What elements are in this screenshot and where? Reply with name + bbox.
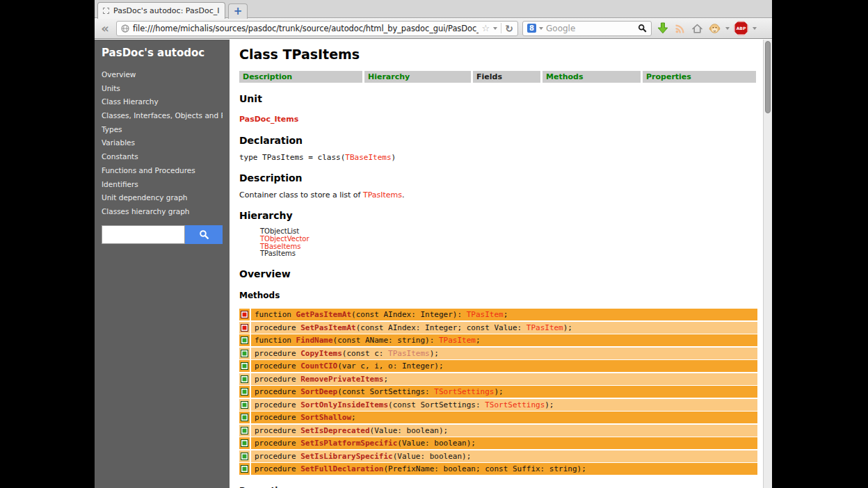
url-bar[interactable]: file:///home/michalis/sources/pasdoc/tru… [116, 21, 518, 36]
public-marker-icon [241, 427, 248, 434]
url-text[interactable]: file:///home/michalis/sources/pasdoc/tru… [133, 24, 479, 33]
sidebar-item-classes-hierarchy-graph[interactable]: Classes hierarchy graph [102, 205, 223, 219]
page-scrollbar[interactable] [763, 40, 772, 488]
section-heading-hierarchy: Hierarchy [239, 210, 757, 221]
search-bar[interactable]: 8 Google [522, 21, 652, 36]
member-row: function FindName(const AName: string): … [239, 334, 757, 346]
type-ref-link[interactable]: TSortSettings [434, 387, 494, 396]
section-heading-unit: Unit [239, 93, 757, 104]
public-marker-icon [241, 465, 248, 473]
summary-nav-hierarchy[interactable]: Hierarchy [364, 71, 471, 83]
member-name-link[interactable]: SortShallow [300, 413, 351, 422]
sidebar-search-button[interactable] [185, 225, 223, 244]
sidebar: PasDoc's autodoc OverviewUnitsClass Hier… [95, 40, 230, 488]
code-text: ; [383, 375, 388, 384]
search-engine-chevron-icon[interactable] [539, 27, 543, 30]
section-heading-overview: Overview [239, 268, 757, 279]
globe-icon [121, 24, 129, 33]
member-name-link[interactable]: GetPasItemAt [296, 310, 351, 319]
greasemonkey-button[interactable] [708, 22, 721, 35]
member-name-link[interactable]: SetFullDeclaration [300, 464, 383, 473]
member-name-link[interactable]: SetIsPlatformSpecific [300, 439, 397, 448]
code-text: type TPasItems = class( [239, 153, 345, 162]
greasemonkey-chevron-icon[interactable] [725, 27, 730, 30]
hierarchy-item-tbaseitems[interactable]: TBaseItems [260, 243, 300, 250]
type-ref-link[interactable]: TPasItems [388, 349, 430, 358]
member-name-link[interactable]: RemovePrivateItems [300, 375, 383, 384]
summary-nav-methods[interactable]: Methods [542, 71, 641, 83]
hierarchy-list: TObjectListTObjectVectorTBaseItemsTPasIt… [260, 228, 757, 258]
private-marker-icon [241, 324, 248, 332]
member-declaration: procedure SetFullDeclaration(PrefixName:… [251, 463, 757, 475]
public-marker-icon [241, 362, 248, 370]
back-button[interactable]: « [98, 22, 112, 35]
reload-icon[interactable]: ↻ [505, 24, 513, 33]
code-text: ); [545, 400, 554, 409]
sidebar-item-variables[interactable]: Variables [102, 136, 223, 150]
type-ref-link[interactable]: TPasItem [467, 310, 504, 319]
sidebar-item-overview[interactable]: Overview [102, 68, 223, 82]
type-ref-link[interactable]: TPasItems [363, 190, 402, 200]
code-text: function [255, 310, 296, 319]
private-marker-icon [241, 311, 248, 318]
code-text: (PrefixName: boolean; const Suffix: stri… [383, 464, 586, 473]
download-arrow-icon [657, 22, 668, 34]
scrollbar-thumb[interactable] [765, 41, 771, 113]
member-declaration: procedure CopyItems(const c: TPasItems); [251, 348, 757, 359]
code-text: ); [494, 387, 503, 396]
summary-nav-description[interactable]: Description [239, 71, 362, 83]
sidebar-item-constants[interactable]: Constants [102, 150, 223, 164]
code-text: ; [504, 310, 508, 319]
sidebar-search-input[interactable] [102, 225, 185, 244]
type-ref-link[interactable]: TPasItem [439, 336, 476, 345]
home-button[interactable] [691, 22, 704, 35]
bookmark-dropdown-chevron-icon[interactable] [493, 27, 497, 30]
description-text: Container class to store a list of TPasI… [239, 190, 757, 200]
search-magnifier-icon [199, 229, 209, 240]
code-text: ) [392, 153, 396, 162]
adblock-chevron-icon[interactable] [753, 27, 757, 30]
back-arrow-icon: « [101, 21, 109, 35]
sidebar-item-units[interactable]: Units [102, 82, 223, 96]
bookmark-star-icon[interactable]: ☆ [482, 24, 490, 33]
member-name-link[interactable]: SetIsLibrarySpecific [300, 452, 392, 461]
code-text: (const SortSettings: [388, 400, 485, 409]
download-button[interactable] [656, 22, 669, 35]
sidebar-item-functions-and-procedures[interactable]: Functions and Procedures [102, 164, 223, 178]
sidebar-item-types[interactable]: Types [102, 123, 223, 137]
member-declaration: procedure RemovePrivateItems; [251, 373, 757, 385]
visibility-cell [239, 437, 250, 449]
sidebar-item-unit-dependency-graph[interactable]: Unit dependency graph [102, 191, 223, 205]
member-declaration: procedure SetPasItemAt(const AIndex: Int… [251, 322, 757, 334]
code-text: ); [563, 323, 572, 332]
browser-tab[interactable]: PasDoc's autodoc: PasDoc_I... [97, 2, 225, 19]
member-declaration: procedure SetIsLibrarySpecific(Value: bo… [251, 450, 757, 462]
code-text: (const AIndex: Integer; const Value: [356, 323, 527, 332]
member-name-link[interactable]: CountCIO [300, 361, 337, 371]
member-name-link[interactable]: SetPasItemAt [300, 323, 355, 332]
member-name-link[interactable]: FindName [296, 336, 333, 345]
visibility-cell [239, 373, 250, 385]
rss-button[interactable] [673, 22, 686, 35]
type-ref-link[interactable]: TSortSettings [485, 400, 545, 409]
new-tab-button[interactable]: + [228, 3, 248, 19]
member-name-link[interactable]: SetIsDeprecated [300, 426, 369, 435]
search-magnifier-icon[interactable] [638, 24, 647, 33]
code-text: (const AName: string): [333, 336, 439, 345]
member-name-link[interactable]: SortDeep [300, 387, 337, 396]
member-name-link[interactable]: SortOnlyInsideItems [300, 400, 388, 409]
search-placeholder[interactable]: Google [546, 24, 635, 33]
summary-nav-properties[interactable]: Properties [643, 71, 756, 83]
adblock-plus-button[interactable]: ABP [734, 21, 748, 35]
unit-link[interactable]: PasDoc_Items [239, 115, 298, 124]
member-row: procedure CountCIO(var c, i, o: Integer)… [239, 360, 757, 372]
sidebar-item-classes-interfaces-objects-and-records[interactable]: Classes, Interfaces, Objects and Records [102, 109, 223, 123]
member-name-link[interactable]: CopyItems [300, 349, 342, 358]
type-ref-link[interactable]: TPasItem [527, 323, 563, 332]
sidebar-item-class-hierarchy[interactable]: Class Hierarchy [102, 95, 223, 109]
hierarchy-item-tobjectvector[interactable]: TObjectVector [260, 235, 310, 243]
type-ref-link[interactable]: TBaseItems [345, 153, 391, 162]
sidebar-item-identifiers[interactable]: Identifiers [102, 178, 223, 192]
subsection-heading-methods: Methods [239, 291, 757, 300]
tab-title: PasDoc's autodoc: PasDoc_I... [113, 6, 220, 15]
